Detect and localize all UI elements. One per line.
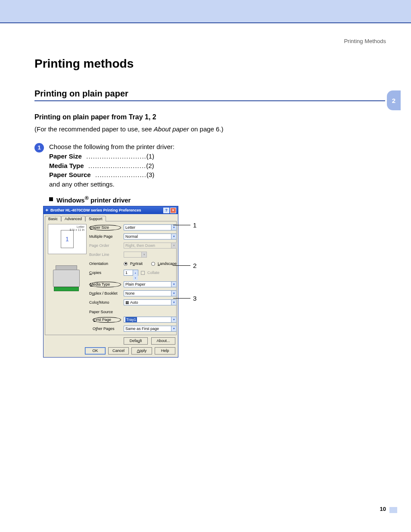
copies-value: 1 (125, 271, 128, 275)
step-1: 1 Choose the following from the printer … (34, 142, 385, 189)
setting-num: (1) (146, 152, 154, 161)
top-band (0, 0, 411, 23)
printer-icon: ✦ (45, 208, 49, 212)
portrait-radio[interactable] (124, 262, 128, 266)
preview-page-num: 1 (65, 236, 69, 243)
page-number-bar (389, 507, 397, 513)
about-button[interactable]: About... (151, 337, 175, 345)
printing-preferences-dialog: ✦ Brother HL-4070CDW series Printing Pre… (43, 206, 178, 358)
callout-num-2: 2 (193, 262, 196, 269)
intro-post: on page 6.) (191, 125, 224, 133)
media-type-label: Media Type (89, 282, 121, 287)
leader-dots: ........................... (82, 152, 146, 161)
copies-label: Copies (89, 271, 121, 275)
portrait-label: Portrait (130, 261, 143, 266)
page-order-select: Right, then Down ▾ (124, 243, 177, 249)
border-line-label: Border Line (89, 252, 121, 257)
preview-dims: 8 ½ x 11 in (70, 228, 84, 231)
collate-label: Collate (147, 271, 159, 275)
first-page-select[interactable]: Tray1 ▾ (124, 317, 177, 323)
step-body: Choose the following from the printer dr… (49, 142, 174, 189)
row-multiple-page: Multiple Page Normal ▾ (89, 233, 177, 240)
help-button-bottom[interactable]: Help (155, 347, 175, 355)
dialog-button-bar: OK Cancel Apply Help (44, 345, 178, 357)
dropdown-arrow-icon: ▾ (171, 225, 176, 230)
step-lead: Choose the following from the printer dr… (49, 142, 174, 152)
collate-checkbox (141, 271, 145, 275)
step-badge: 1 (34, 143, 44, 152)
preview-meta: Letter 8 ½ x 11 in (70, 225, 84, 231)
chapter-thumb-tab: 2 (387, 90, 401, 110)
right-column: Paper Size Letter ▾ Multiple Page Normal… (89, 224, 177, 332)
help-button[interactable]: ? (163, 208, 169, 213)
default-button[interactable]: Default (124, 337, 148, 345)
driver-heading: Windows® printer driver (49, 195, 385, 204)
setting-line-1: Paper Size ........................... (… (49, 152, 174, 161)
dialog-title: Brother HL-4070CDW series Printing Prefe… (50, 208, 141, 212)
left-column: Letter 8 ½ x 11 in 1 (48, 224, 87, 332)
first-page-value: Tray1 (125, 317, 137, 322)
dropdown-arrow-icon: ▾ (141, 252, 146, 257)
page-title: Printing methods (34, 57, 385, 71)
row-page-order: Page Order Right, then Down ▾ (89, 242, 177, 249)
driver-head-pre: Windows (56, 196, 85, 204)
row-media-type: Media Type Plain Paper ▾ (89, 281, 177, 288)
dialog-figure: ✦ Brother HL-4070CDW series Printing Pre… (43, 206, 178, 358)
setting-label: Media Type (49, 161, 84, 171)
subsection-heading: Printing on plain paper from Tray 1, 2 (34, 113, 385, 121)
setting-label: Paper Source (49, 170, 91, 180)
dropdown-arrow-icon: ▾ (171, 291, 176, 296)
paper-size-select[interactable]: Letter ▾ (124, 224, 177, 230)
row-first-page: First Page Tray1 ▾ (89, 316, 177, 323)
callout-num-3: 3 (193, 295, 196, 302)
close-button[interactable]: × (170, 208, 176, 213)
tab-row: Basic Advanced Support (44, 214, 178, 221)
tab-advanced[interactable]: Advanced (61, 216, 85, 221)
paper-source-group-label: Paper Source (89, 310, 177, 314)
header-section-title: Printing Methods (344, 38, 386, 44)
setting-num: (2) (146, 161, 154, 171)
paper-size-label: Paper Size (89, 225, 121, 230)
row-border-line: Border Line ▾ (89, 251, 177, 258)
other-pages-select[interactable]: Same as First page ▾ (124, 326, 177, 332)
leader-dots: ....................... (91, 170, 146, 180)
printer-illustration (48, 262, 87, 292)
tab-basic[interactable]: Basic (45, 216, 61, 221)
ok-button[interactable]: OK (85, 347, 106, 355)
dropdown-arrow-icon: ▾ (171, 282, 176, 287)
dropdown-arrow-icon: ▾ (171, 317, 176, 322)
landscape-radio[interactable] (151, 262, 155, 266)
intro-pre: (For the recommended paper to use, see (34, 125, 154, 133)
orientation-label: Orientation (89, 261, 121, 266)
multiple-page-select[interactable]: Normal ▾ (124, 233, 177, 240)
row-duplex: Duplex / Booklet None ▾ (89, 290, 177, 297)
chapter-number: 2 (392, 97, 395, 104)
row-other-pages: Other Pages Same as First page ▾ (89, 325, 177, 332)
setting-line-3: Paper Source ....................... (3) (49, 170, 174, 180)
color-mono-label: Color/Mono (89, 300, 121, 305)
other-pages-label: Other Pages (93, 327, 121, 331)
preview-page-icon: 1 (61, 230, 74, 248)
setting-label: Paper Size (49, 152, 82, 161)
tab-panel: Letter 8 ½ x 11 in 1 Paper Size (45, 221, 177, 335)
media-type-select[interactable]: Plain Paper ▾ (124, 281, 177, 287)
page-order-label: Page Order (89, 243, 121, 248)
row-orientation: Orientation Portrait Landscape (89, 260, 177, 267)
color-mono-select[interactable]: ▦ Auto ▾ (124, 299, 177, 305)
media-type-value: Plain Paper (125, 282, 146, 286)
duplex-select[interactable]: None ▾ (124, 290, 177, 296)
setting-num: (3) (146, 170, 154, 180)
titlebar: ✦ Brother HL-4070CDW series Printing Pre… (44, 206, 178, 214)
dropdown-arrow-icon: ▾ (171, 326, 176, 331)
dropdown-arrow-icon: ▾ (171, 243, 176, 248)
tab-support[interactable]: Support (85, 216, 106, 221)
intro-ref: About paper (154, 125, 189, 133)
registered-mark: ® (85, 195, 89, 201)
row-paper-size: Paper Size Letter ▾ (89, 224, 177, 231)
duplex-label: Duplex / Booklet (89, 291, 121, 296)
driver-head-post: printer driver (89, 196, 131, 204)
cancel-button[interactable]: Cancel (108, 347, 129, 355)
copies-spinner[interactable]: 1 ▴▾ (124, 270, 138, 276)
square-bullet-icon (49, 197, 53, 201)
apply-button[interactable]: Apply (131, 347, 152, 355)
